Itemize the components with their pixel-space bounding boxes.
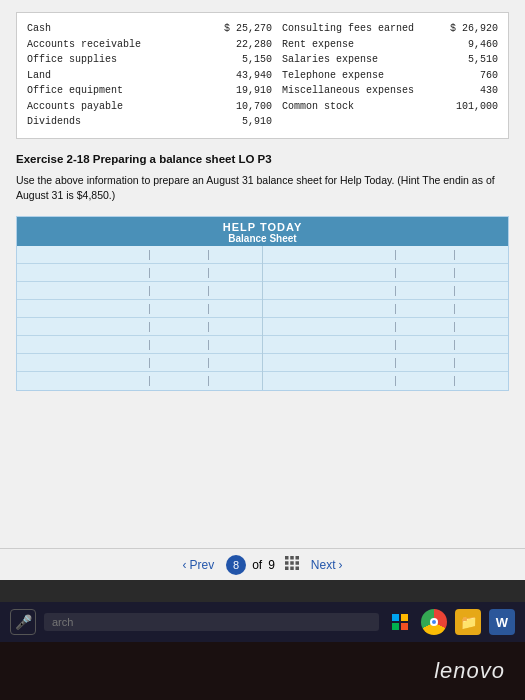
- prev-button[interactable]: ‹ Prev: [182, 558, 214, 572]
- lenovo-logo: lenovo: [434, 658, 505, 684]
- total-pages: 9: [268, 558, 275, 572]
- fin-val: 5,910: [202, 114, 272, 130]
- fin-right-labels: Consulting fees earned Rent expense Sala…: [272, 21, 438, 130]
- bs-left-col: [17, 246, 263, 390]
- svg-rect-1: [290, 556, 294, 560]
- fin-row: Miscellaneous expenses: [282, 83, 438, 99]
- bs-row: [17, 300, 262, 318]
- fin-row: Land: [27, 68, 202, 84]
- fin-val: 43,940: [202, 68, 272, 84]
- exercise-description: Use the above information to prepare an …: [16, 173, 509, 205]
- svg-rect-3: [285, 561, 289, 565]
- fin-row: Telephone expense: [282, 68, 438, 84]
- fin-val: 430: [438, 83, 498, 99]
- fin-val: 10,700: [202, 99, 272, 115]
- bottom-area: lenovo: [0, 642, 525, 700]
- fin-right-values: $ 26,920 9,460 5,510 760 430 101,000: [438, 21, 498, 130]
- bs-row: [263, 264, 509, 282]
- bs-row: [17, 264, 262, 282]
- next-button[interactable]: Next ›: [311, 558, 343, 572]
- bs-row: [263, 318, 509, 336]
- prev-label[interactable]: Prev: [189, 558, 214, 572]
- svg-rect-12: [401, 623, 408, 630]
- fin-val: 9,460: [438, 37, 498, 53]
- fin-val: $ 26,920: [438, 21, 498, 37]
- bs-row: [263, 354, 509, 372]
- folder-icon[interactable]: 📁: [455, 609, 481, 635]
- fin-row: Rent expense: [282, 37, 438, 53]
- chrome-icon[interactable]: [421, 609, 447, 635]
- fin-row: Accounts receivable: [27, 37, 202, 53]
- bs-row: [263, 372, 509, 390]
- fin-left-col: Cash Accounts receivable Office supplies…: [27, 21, 202, 130]
- fin-row: Office equipment: [27, 83, 202, 99]
- fin-left-values: $ 25,270 22,280 5,150 43,940 19,910 10,7…: [202, 21, 272, 130]
- mic-icon[interactable]: 🎤: [10, 609, 36, 635]
- fin-val: 760: [438, 68, 498, 84]
- svg-rect-6: [285, 567, 289, 571]
- bs-right-col: [263, 246, 509, 390]
- bs-row: [263, 300, 509, 318]
- svg-rect-8: [295, 567, 299, 571]
- of-label: of: [252, 558, 262, 572]
- svg-rect-2: [295, 556, 299, 560]
- bs-row: [17, 336, 262, 354]
- search-input[interactable]: [44, 613, 379, 631]
- fin-val: 5,510: [438, 52, 498, 68]
- bs-row: [17, 354, 262, 372]
- exercise-title: Exercise 2-18 Preparing a balance sheet …: [16, 153, 509, 165]
- navigation-bar: ‹ Prev 8 of 9 Next ›: [0, 548, 525, 580]
- grid-icon[interactable]: [285, 556, 299, 573]
- svg-rect-10: [401, 614, 408, 621]
- fin-row: Dividends: [27, 114, 202, 130]
- bs-row: [263, 336, 509, 354]
- svg-rect-7: [290, 567, 294, 571]
- taskbar: 🎤 📁 W: [0, 602, 525, 642]
- word-icon[interactable]: W: [489, 609, 515, 635]
- bs-row: [17, 246, 262, 264]
- svg-rect-5: [295, 561, 299, 565]
- next-label[interactable]: Next: [311, 558, 336, 572]
- chevron-left-icon: ‹: [182, 558, 186, 572]
- fin-row: Accounts payable: [27, 99, 202, 115]
- fin-row: Consulting fees earned: [282, 21, 438, 37]
- fin-val: 22,280: [202, 37, 272, 53]
- svg-rect-0: [285, 556, 289, 560]
- chevron-right-icon: ›: [339, 558, 343, 572]
- windows-icon[interactable]: [387, 609, 413, 635]
- fin-row: Salaries expense: [282, 52, 438, 68]
- svg-rect-4: [290, 561, 294, 565]
- fin-val: 101,000: [438, 99, 498, 115]
- bs-row: [17, 372, 262, 390]
- bs-header: HELP TODAY Balance Sheet: [17, 217, 508, 246]
- bs-row: [17, 318, 262, 336]
- balance-sheet: HELP TODAY Balance Sheet: [16, 216, 509, 391]
- fin-row: Common stock: [282, 99, 438, 115]
- fin-val: $ 25,270: [202, 21, 272, 37]
- fin-val: 5,150: [202, 52, 272, 68]
- bs-row: [263, 282, 509, 300]
- bs-sheet-title: Balance Sheet: [17, 233, 508, 244]
- bs-company-name: HELP TODAY: [17, 221, 508, 233]
- bs-body: [17, 246, 508, 390]
- financial-table: Cash Accounts receivable Office supplies…: [16, 12, 509, 139]
- fin-val: 19,910: [202, 83, 272, 99]
- bs-row: [263, 246, 509, 264]
- bs-row: [17, 282, 262, 300]
- page-indicator: 8 of 9: [226, 555, 299, 575]
- svg-rect-9: [392, 614, 399, 621]
- svg-rect-11: [392, 623, 399, 630]
- current-page: 8: [226, 555, 246, 575]
- screen-area: Cash Accounts receivable Office supplies…: [0, 0, 525, 580]
- fin-row: Cash: [27, 21, 202, 37]
- fin-row: Office supplies: [27, 52, 202, 68]
